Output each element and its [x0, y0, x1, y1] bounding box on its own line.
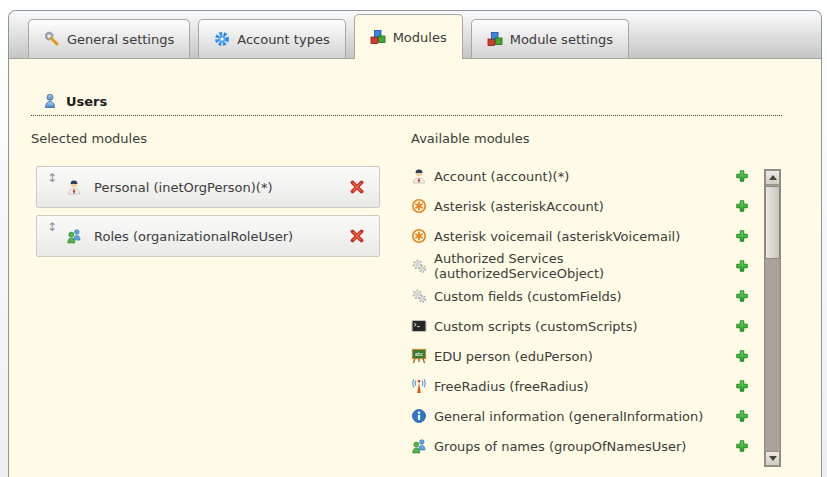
available-module-row: Custom scripts (customScripts) [411, 311, 749, 341]
selected-module-label: Roles (organizationalRoleUser) [94, 229, 293, 244]
person-icon [411, 168, 427, 184]
gear-badge-icon [214, 31, 230, 47]
available-modules-label: Available modules [411, 131, 529, 146]
available-module-label: Groups of names (groupOfNamesUser) [434, 439, 686, 454]
info-icon [411, 408, 427, 424]
available-module-row: Custom fields (customFields) [411, 281, 749, 311]
available-module-row: Account (account)(*) [411, 161, 749, 191]
available-module-label: General information (generalInformation) [434, 409, 703, 424]
selected-modules-list: ↕Personal (inetOrgPerson)(*)↕Roles (orga… [36, 166, 380, 264]
tab-general-settings[interactable]: General settings [28, 19, 190, 58]
group-icon [411, 438, 427, 454]
add-module-button[interactable] [735, 349, 749, 363]
person-icon [66, 179, 82, 195]
antenna-icon [411, 378, 427, 394]
available-module-label: EDU person (eduPerson) [434, 349, 593, 364]
chalkboard-icon: abc [411, 348, 427, 364]
settings-panel: General settings Account types Modules M… [8, 10, 822, 477]
svg-text:abc: abc [415, 351, 424, 357]
selected-modules-label: Selected modules [31, 131, 147, 146]
available-module-label: Custom scripts (customScripts) [434, 319, 638, 334]
gears-icon [411, 288, 427, 304]
tab-modules[interactable]: Modules [354, 14, 463, 59]
tab-module-settings[interactable]: Module settings [471, 19, 629, 58]
add-module-button[interactable] [735, 229, 749, 243]
add-module-button[interactable] [735, 289, 749, 303]
user-icon [42, 93, 58, 109]
available-module-label: Authorized Services (authorizedServiceOb… [434, 251, 728, 281]
add-module-button[interactable] [735, 439, 749, 453]
tab-label: Modules [393, 30, 447, 45]
tab-label: Module settings [510, 32, 613, 47]
add-module-button[interactable] [735, 409, 749, 423]
tab-label: Account types [237, 32, 329, 47]
available-module-label: Asterisk voicemail (asteriskVoicemail) [434, 229, 680, 244]
drag-handle-icon[interactable]: ↕ [47, 216, 57, 233]
available-module-label: Asterisk (asteriskAccount) [434, 199, 604, 214]
selected-module-label: Personal (inetOrgPerson)(*) [94, 180, 272, 195]
selected-module-row: ↕Roles (organizationalRoleUser) [36, 215, 380, 257]
available-module-row: General information (generalInformation) [411, 401, 749, 431]
remove-module-button[interactable] [349, 179, 365, 195]
cubes-icon [370, 29, 386, 45]
tab-bar: General settings Account types Modules M… [9, 11, 821, 59]
asterisk-icon [411, 228, 427, 244]
available-module-row: Authorized Services (authorizedServiceOb… [411, 251, 749, 281]
triangle-up-icon [769, 175, 777, 180]
remove-module-button[interactable] [349, 228, 365, 244]
scrollbar-thumb[interactable] [765, 186, 780, 259]
wrench-icon [44, 31, 60, 47]
available-module-row: Asterisk voicemail (asteriskVoicemail) [411, 221, 749, 251]
section-title: Users [66, 94, 107, 109]
selected-module-row: ↕Personal (inetOrgPerson)(*) [36, 166, 380, 208]
available-module-label: FreeRadius (freeRadius) [434, 379, 589, 394]
users-section-header: Users [31, 93, 782, 116]
terminal-icon [411, 318, 427, 334]
available-modules-list: Account (account)(*)Asterisk (asteriskAc… [411, 161, 749, 461]
available-module-label: Account (account)(*) [434, 169, 569, 184]
triangle-down-icon [769, 456, 777, 461]
gears-icon [411, 258, 427, 274]
scrollbar[interactable] [764, 169, 781, 467]
asterisk-icon [411, 198, 427, 214]
add-module-button[interactable] [735, 169, 749, 183]
available-module-label: Custom fields (customFields) [434, 289, 622, 304]
scroll-down-button[interactable] [765, 451, 780, 466]
available-module-row: abcEDU person (eduPerson) [411, 341, 749, 371]
available-module-row: Asterisk (asteriskAccount) [411, 191, 749, 221]
cubes-icon [487, 31, 503, 47]
group-icon [66, 228, 82, 244]
tab-label: General settings [67, 32, 174, 47]
add-module-button[interactable] [735, 319, 749, 333]
tab-account-types[interactable]: Account types [198, 19, 345, 58]
available-module-row: FreeRadius (freeRadius) [411, 371, 749, 401]
scroll-up-button[interactable] [765, 170, 780, 185]
drag-handle-icon[interactable]: ↕ [47, 167, 57, 184]
add-module-button[interactable] [735, 379, 749, 393]
available-module-row: Groups of names (groupOfNamesUser) [411, 431, 749, 461]
add-module-button[interactable] [735, 199, 749, 213]
add-module-button[interactable] [735, 259, 749, 273]
